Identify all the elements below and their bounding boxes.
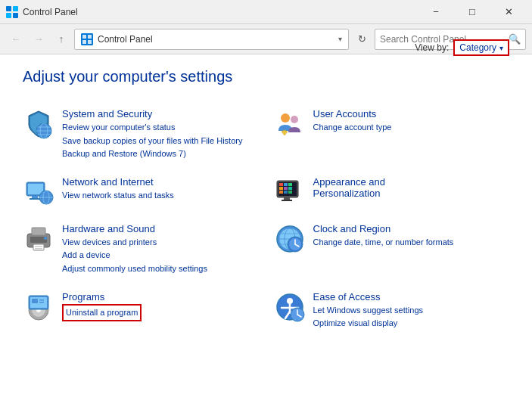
clock-content: Clock and Region Change date, time, or n… (313, 223, 454, 250)
svg-rect-59 (32, 299, 38, 303)
svg-rect-29 (284, 187, 288, 190)
system-security-link-1[interactable]: Review your computer's status (62, 121, 242, 135)
category-hardware: Hardware and Sound View devices and prin… (23, 219, 259, 281)
window-title: Control Panel (23, 7, 418, 17)
appearance-title[interactable]: Appearance andPersonalization (313, 176, 385, 199)
viewby-label: View by: (415, 42, 449, 53)
svg-rect-38 (32, 228, 45, 235)
svg-rect-18 (32, 196, 38, 198)
hardware-link-2[interactable]: Add a device (62, 249, 207, 262)
category-network: Network and Internet View network status… (23, 172, 259, 213)
category-ease: Ease of Access Let Windows suggest setti… (274, 287, 510, 335)
svg-rect-8 (88, 40, 92, 44)
refresh-button[interactable]: ↻ (352, 29, 372, 49)
hardware-title[interactable]: Hardware and Sound (62, 223, 207, 234)
close-button[interactable]: ✕ (491, 0, 526, 24)
programs-link-1[interactable]: Uninstall a program (62, 304, 142, 322)
svg-rect-7 (82, 40, 86, 44)
category-appearance: Appearance andPersonalization (274, 172, 510, 213)
system-security-title[interactable]: System and Security (62, 108, 242, 119)
address-icon (81, 33, 93, 45)
svg-rect-27 (288, 183, 292, 186)
svg-rect-40 (35, 246, 42, 247)
svg-rect-19 (30, 198, 40, 200)
svg-rect-60 (39, 299, 44, 301)
window-controls: − □ ✕ (418, 0, 526, 24)
svg-rect-25 (279, 183, 283, 186)
hardware-link-1[interactable]: View devices and printers (62, 236, 207, 250)
categories-grid: System and Security Review your computer… (23, 104, 509, 335)
viewby-value: Category (459, 42, 496, 53)
user-accounts-content: User Accounts Change account type (313, 108, 392, 135)
forward-button[interactable]: → (29, 29, 48, 49)
user-accounts-icon (274, 108, 306, 140)
svg-rect-32 (284, 191, 288, 194)
clock-title[interactable]: Clock and Region (313, 223, 454, 234)
category-clock: Clock and Region Change date, time, or n… (274, 219, 510, 281)
ease-link-1[interactable]: Let Windows suggest settings (313, 304, 424, 318)
svg-point-42 (44, 237, 47, 240)
ease-content: Ease of Access Let Windows suggest setti… (313, 291, 424, 330)
ease-title[interactable]: Ease of Access (313, 291, 424, 302)
up-button[interactable]: ↑ (51, 29, 71, 49)
title-bar: Control Panel − □ ✕ (0, 0, 532, 24)
network-content: Network and Internet View network status… (62, 176, 174, 203)
svg-rect-6 (88, 35, 92, 39)
svg-rect-34 (284, 197, 290, 200)
search-icon[interactable]: 🔍 (509, 33, 521, 45)
ease-link-2[interactable]: Optimize visual display (313, 317, 424, 330)
minimize-button[interactable]: − (418, 0, 453, 24)
hardware-link-3[interactable]: Adjust commonly used mobility settings (62, 262, 207, 276)
network-icon (23, 176, 54, 208)
network-title[interactable]: Network and Internet (62, 176, 174, 188)
svg-rect-41 (35, 248, 42, 250)
appearance-icon (274, 176, 306, 208)
address-text: Control Panel (98, 34, 334, 45)
svg-rect-31 (279, 191, 283, 194)
page-title: Adjust your computer's settings (23, 68, 509, 85)
system-security-link-3[interactable]: Backup and Restore (Windows 7) (62, 147, 242, 161)
app-icon (6, 6, 18, 18)
svg-rect-39 (33, 244, 44, 250)
appearance-content: Appearance andPersonalization (313, 176, 385, 200)
svg-point-14 (281, 113, 290, 123)
svg-rect-35 (282, 200, 292, 201)
clock-icon (274, 223, 306, 255)
network-link-1[interactable]: View network status and tasks (62, 189, 174, 203)
programs-content: Programs Uninstall a program (62, 291, 142, 322)
svg-rect-5 (82, 35, 86, 39)
category-system-security: System and Security Review your computer… (23, 104, 259, 166)
svg-rect-33 (288, 191, 292, 194)
user-accounts-title[interactable]: User Accounts (313, 108, 392, 119)
svg-rect-26 (284, 183, 288, 186)
address-chevron-icon: ▾ (338, 35, 342, 43)
svg-rect-61 (39, 302, 44, 303)
svg-rect-3 (13, 13, 18, 18)
hardware-content: Hardware and Sound View devices and prin… (62, 223, 207, 276)
svg-rect-0 (6, 6, 11, 11)
svg-rect-28 (279, 187, 283, 190)
ease-icon (274, 291, 306, 323)
viewby-chevron-icon: ▾ (499, 44, 503, 52)
category-user-accounts: User Accounts Change account type (274, 104, 510, 166)
content-area: View by: Category ▾ Adjust your computer… (0, 54, 532, 350)
system-security-link-2[interactable]: Save backup copies of your files with Fi… (62, 135, 242, 148)
system-security-content: System and Security Review your computer… (62, 108, 242, 161)
svg-rect-2 (6, 13, 11, 18)
system-security-icon (23, 108, 54, 140)
category-programs: Programs Uninstall a program (23, 287, 259, 335)
user-accounts-link-1[interactable]: Change account type (313, 121, 392, 135)
svg-rect-30 (288, 187, 292, 190)
maximize-button[interactable]: □ (455, 0, 490, 24)
back-button[interactable]: ← (6, 29, 26, 49)
address-field[interactable]: Control Panel ▾ (74, 29, 349, 50)
programs-icon (23, 291, 54, 323)
hardware-icon (23, 223, 54, 255)
viewby-select[interactable]: Category ▾ (453, 39, 509, 56)
programs-title[interactable]: Programs (62, 291, 142, 302)
clock-link-1[interactable]: Change date, time, or number formats (313, 236, 454, 250)
svg-point-15 (291, 116, 298, 123)
svg-rect-1 (13, 6, 18, 11)
